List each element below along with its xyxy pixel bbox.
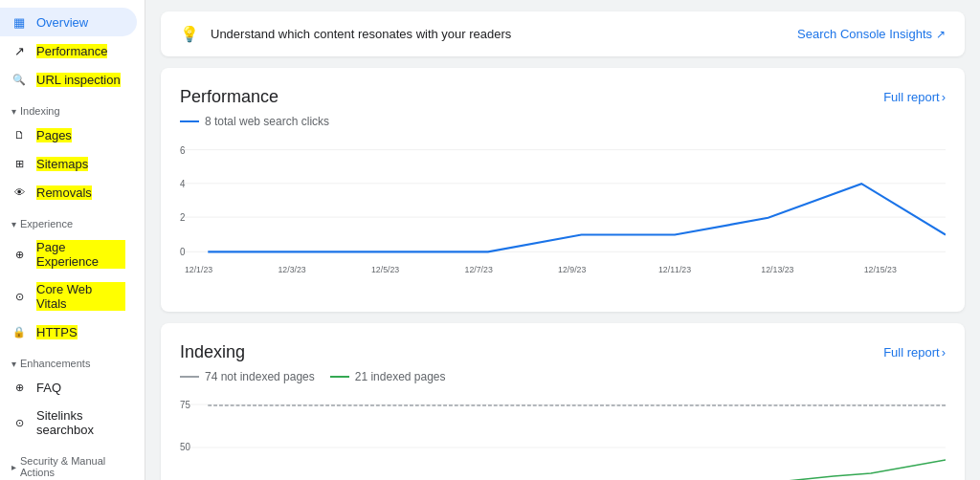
indexing-legend: 74 not indexed pages 21 indexed pages	[180, 370, 946, 383]
sidebar-item-performance-label: Performance	[36, 44, 107, 58]
url-inspection-icon: 🔍	[11, 72, 27, 87]
indexing-legend-indexed: 21 indexed pages	[330, 370, 446, 383]
sidebar-item-removals[interactable]: 👁 Removals	[0, 178, 137, 207]
sidebar-item-performance[interactable]: ↗ Performance	[0, 36, 137, 65]
removals-icon: 👁	[11, 185, 27, 200]
https-icon: 🔒	[11, 324, 27, 339]
performance-card: Performance Full report › 8 total web se…	[161, 68, 965, 312]
overview-icon: ▦	[11, 14, 27, 30]
external-link-icon: ↗	[936, 28, 946, 41]
svg-text:12/9/23: 12/9/23	[558, 264, 586, 273]
svg-text:2: 2	[180, 212, 186, 223]
sidebar-item-page-experience-label: Page Experience	[36, 240, 125, 269]
performance-title: Performance	[180, 87, 278, 107]
sidebar-item-sitelinks-searchbox[interactable]: ⊙ Sitelinks searchbox	[0, 402, 137, 444]
banner-icon: 💡	[180, 25, 199, 43]
experience-section-label[interactable]: ▾ Experience	[0, 207, 145, 233]
performance-legend: 8 total web search clicks	[180, 115, 946, 128]
svg-text:12/15/23: 12/15/23	[864, 264, 897, 273]
security-item[interactable]: ▸ Security & Manual Actions	[0, 444, 145, 480]
sitemaps-icon: ⊞	[11, 156, 27, 171]
performance-card-header: Performance Full report ›	[180, 87, 946, 107]
sidebar: ▦ Overview ↗ Performance 🔍 URL inspectio…	[0, 0, 145, 480]
indexing-chevron-right-icon: ›	[942, 345, 946, 360]
performance-chart-svg: 6 4 2 0 12/1/23 12/3/23 12/5/23 12/7/23 …	[180, 140, 946, 293]
sidebar-item-faq[interactable]: ⊕ FAQ	[0, 373, 137, 402]
enhancements-arrow-icon: ▾	[11, 359, 16, 369]
sidebar-item-removals-label: Removals	[36, 185, 92, 200]
main-content: 💡 Understand which content resonates wit…	[145, 0, 980, 480]
indexing-card: Indexing Full report › 74 not indexed pa…	[161, 323, 965, 480]
svg-text:12/7/23: 12/7/23	[465, 264, 493, 273]
sidebar-item-sitemaps-label: Sitemaps	[36, 157, 88, 171]
sidebar-item-overview-label: Overview	[36, 15, 88, 30]
svg-text:12/13/23: 12/13/23	[761, 264, 793, 273]
indexing-section-label[interactable]: ▾ Indexing	[0, 94, 145, 120]
indexing-full-report-link[interactable]: Full report ›	[883, 345, 946, 360]
sidebar-item-pages[interactable]: 🗋 Pages	[0, 120, 137, 149]
sidebar-item-sitemaps[interactable]: ⊞ Sitemaps	[0, 149, 137, 178]
sidebar-item-https[interactable]: 🔒 HTTPS	[0, 317, 137, 346]
not-indexed-legend-line	[180, 376, 199, 378]
sidebar-item-overview[interactable]: ▦ Overview	[0, 8, 137, 36]
svg-text:50: 50	[180, 442, 190, 452]
sitelinks-icon: ⊙	[11, 415, 27, 430]
banner-card: 💡 Understand which content resonates wit…	[161, 11, 965, 56]
pages-icon: 🗋	[11, 127, 27, 142]
sidebar-item-https-label: HTTPS	[36, 325, 78, 339]
sidebar-item-core-web-vitals[interactable]: ⊙ Core Web Vitals	[0, 275, 137, 317]
svg-text:12/5/23: 12/5/23	[371, 264, 399, 273]
indexing-chart-svg: 75 50	[180, 395, 946, 480]
page-experience-icon: ⊕	[11, 247, 27, 262]
banner-text: Understand which content resonates with …	[211, 27, 511, 41]
svg-text:4: 4	[180, 179, 186, 189]
indexing-arrow-icon: ▾	[11, 106, 16, 117]
security-arrow-icon: ▸	[11, 462, 16, 472]
sidebar-item-url-inspection[interactable]: 🔍 URL inspection	[0, 65, 137, 94]
svg-text:12/11/23: 12/11/23	[658, 264, 691, 273]
sidebar-item-core-web-vitals-label: Core Web Vitals	[36, 282, 125, 311]
experience-arrow-icon: ▾	[11, 219, 16, 229]
indexing-chart: 75 50	[180, 395, 946, 480]
chevron-right-icon: ›	[942, 90, 946, 104]
performance-full-report-link[interactable]: Full report ›	[883, 90, 946, 104]
svg-text:6: 6	[180, 145, 186, 156]
faq-icon: ⊕	[11, 380, 27, 395]
search-console-insights-link[interactable]: Search Console Insights ↗	[797, 27, 946, 41]
svg-text:12/3/23: 12/3/23	[278, 264, 305, 273]
sidebar-item-faq-label: FAQ	[36, 381, 61, 395]
performance-legend-item: 8 total web search clicks	[180, 115, 329, 128]
performance-chart: 6 4 2 0 12/1/23 12/3/23 12/5/23 12/7/23 …	[180, 140, 946, 293]
svg-text:75: 75	[180, 400, 190, 410]
svg-text:12/1/23: 12/1/23	[185, 264, 212, 273]
indexing-card-header: Indexing Full report ›	[180, 342, 946, 362]
sidebar-item-page-experience[interactable]: ⊕ Page Experience	[0, 233, 137, 275]
indexing-legend-not-indexed: 74 not indexed pages	[180, 370, 315, 383]
indexed-legend-line	[330, 376, 349, 378]
enhancements-section-label[interactable]: ▾ Enhancements	[0, 346, 145, 373]
core-web-vitals-icon: ⊙	[11, 289, 27, 304]
banner-left: 💡 Understand which content resonates wit…	[180, 25, 511, 43]
performance-legend-line	[180, 120, 199, 122]
svg-text:0: 0	[180, 246, 186, 256]
sidebar-item-pages-label: Pages	[36, 128, 72, 142]
performance-icon: ↗	[11, 43, 27, 58]
indexing-title: Indexing	[180, 342, 245, 362]
sidebar-item-sitelinks-label: Sitelinks searchbox	[36, 408, 125, 437]
sidebar-item-url-inspection-label: URL inspection	[36, 73, 121, 87]
